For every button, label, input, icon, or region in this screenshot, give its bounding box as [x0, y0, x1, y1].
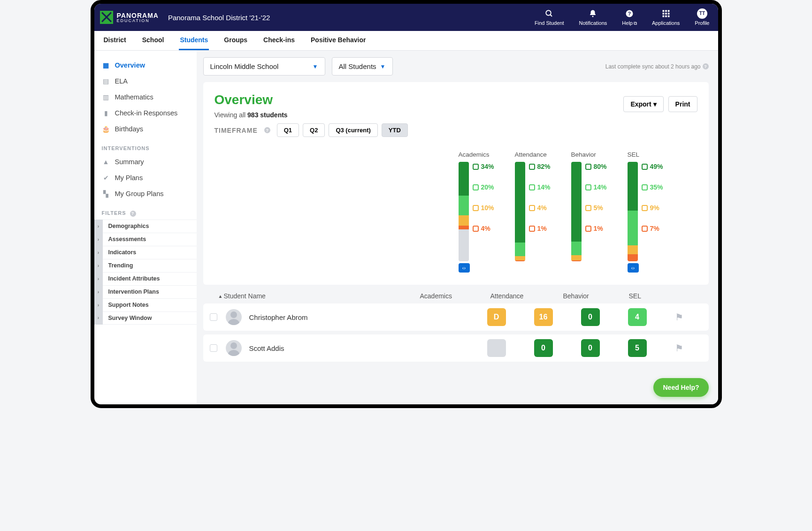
svg-rect-9	[665, 13, 667, 15]
find-student-button[interactable]: Find Student	[535, 9, 564, 26]
birthday-icon: 🎂	[102, 125, 110, 133]
bar-track	[571, 162, 582, 261]
metric-behavior: 0	[581, 339, 600, 357]
help-button[interactable]: ? Help⧉	[622, 9, 637, 26]
metric-behavior: 0	[581, 308, 600, 326]
legend-low[interactable]: 4%	[473, 225, 494, 232]
external-link-icon: ⧉	[634, 21, 637, 26]
bar-track	[628, 162, 638, 261]
th-sel[interactable]: SEL	[629, 292, 648, 300]
timeframe-q3-current-[interactable]: Q3 (current)	[329, 123, 377, 137]
legend-low[interactable]: 7%	[642, 225, 663, 232]
legend-midhigh[interactable]: 14%	[529, 183, 551, 191]
notifications-button[interactable]: Notifications	[579, 9, 607, 26]
filter-incident-attributes[interactable]: ›Incident Attributes	[94, 272, 197, 285]
filter-indicators[interactable]: ›Indicators	[94, 246, 197, 259]
legend-high[interactable]: 34%	[473, 163, 494, 170]
legend-low[interactable]: 1%	[585, 225, 607, 232]
nav-district[interactable]: District	[103, 31, 127, 50]
legend-high[interactable]: 49%	[642, 163, 663, 170]
student-row[interactable]: Scott Addis005⚑	[203, 334, 709, 362]
nav-groups[interactable]: Groups	[223, 31, 248, 50]
filter-support-notes[interactable]: ›Support Notes	[94, 298, 197, 311]
filter-assessments[interactable]: ›Assessments	[94, 233, 197, 246]
primary-nav: DistrictSchoolStudentsGroupsCheck-insPos…	[94, 31, 718, 51]
legend-high[interactable]: 80%	[585, 163, 607, 170]
header-actions: Find Student Notifications ? Help⧉ Appli…	[535, 9, 709, 26]
timeframe-q1[interactable]: Q1	[277, 123, 299, 137]
legend-midlow[interactable]: 9%	[642, 204, 663, 212]
filter-trending[interactable]: ›Trending	[94, 259, 197, 272]
flag-icon[interactable]: ⚑	[675, 311, 683, 323]
nav-positive-behavior[interactable]: Positive Behavior	[310, 31, 367, 50]
legend-midhigh[interactable]: 20%	[473, 183, 494, 191]
legend-high[interactable]: 82%	[529, 163, 551, 170]
bars-icon: ▮	[102, 109, 110, 117]
filter-intervention-plans[interactable]: ›Intervention Plans	[94, 285, 197, 298]
checkbox-icon	[529, 184, 535, 190]
help-icon: ?	[625, 9, 634, 18]
filter-demographics[interactable]: ›Demographics	[94, 220, 197, 233]
svg-rect-7	[667, 10, 669, 12]
sidebar-item-birthdays[interactable]: 🎂Birthdays	[94, 121, 197, 137]
student-name: Scott Addis	[249, 344, 284, 352]
profile-button[interactable]: TT Profile	[695, 9, 709, 26]
summary-icon: ▲	[102, 158, 110, 166]
interventions-header: INTERVENTIONS	[94, 137, 197, 154]
checkbox[interactable]	[210, 313, 217, 321]
info-icon[interactable]: ?	[130, 211, 136, 217]
legend-midhigh[interactable]: 35%	[642, 183, 663, 191]
need-help-button[interactable]: Need Help?	[653, 378, 708, 397]
print-button[interactable]: Print	[668, 96, 697, 112]
chevron-right-icon: ›	[94, 272, 103, 285]
applications-button[interactable]: Applications	[652, 9, 680, 26]
chevron-right-icon: ›	[94, 220, 103, 233]
chevron-down-icon: ▼	[380, 63, 386, 70]
sidebar-item-my-group-plans[interactable]: ▚My Group Plans	[94, 186, 197, 202]
svg-point-17	[228, 350, 239, 356]
expand-button[interactable]: ‹›	[459, 263, 470, 273]
timeframe-ytd[interactable]: YTD	[382, 123, 408, 137]
student-row[interactable]: Christopher AbromD1604⚑	[203, 303, 709, 331]
legend-midhigh[interactable]: 14%	[585, 183, 607, 191]
svg-point-0	[546, 10, 552, 15]
chevron-right-icon: ›	[94, 311, 103, 325]
legend-midlow[interactable]: 10%	[473, 204, 494, 212]
sort-name[interactable]: ▲Student Name	[218, 292, 266, 300]
nav-students[interactable]: Students	[179, 31, 209, 50]
nav-check-ins[interactable]: Check-ins	[262, 31, 296, 50]
timeframe-q2[interactable]: Q2	[303, 123, 325, 137]
th-attendance[interactable]: Attendance	[490, 292, 530, 300]
checkbox-icon	[529, 226, 535, 232]
info-icon[interactable]: ?	[264, 127, 270, 133]
flag-icon[interactable]: ⚑	[675, 342, 683, 354]
sidebar-item-overview[interactable]: ▦Overview	[94, 57, 197, 73]
export-button[interactable]: Export ▾	[623, 96, 663, 112]
timeframe-label: TIMEFRAME	[214, 127, 258, 134]
chart-behavior: Behavior80%14%5%1%	[571, 151, 618, 273]
top-header: PANORAMA EDUCATION Panorama School Distr…	[94, 4, 718, 31]
checkbox[interactable]	[210, 344, 217, 352]
sidebar-item-summary[interactable]: ▲Summary	[94, 154, 197, 170]
sidebar-item-ela[interactable]: ▤ELA	[94, 73, 197, 89]
filter-survey-window[interactable]: ›Survey Window	[94, 311, 197, 325]
info-icon[interactable]: ?	[703, 63, 709, 69]
product-logo[interactable]: PANORAMA EDUCATION	[100, 11, 159, 24]
school-select[interactable]: Lincoln Middle School ▼	[203, 57, 325, 76]
checkbox-icon	[473, 205, 479, 211]
math-icon: ▥	[102, 93, 110, 101]
legend-midlow[interactable]: 4%	[529, 204, 551, 212]
expand-button[interactable]: ‹›	[628, 263, 639, 273]
svg-rect-13	[667, 15, 669, 17]
th-behavior[interactable]: Behavior	[563, 292, 596, 300]
sidebar-item-my-plans[interactable]: ✔My Plans	[94, 170, 197, 186]
legend-low[interactable]: 1%	[529, 225, 551, 232]
students-select[interactable]: All Students ▼	[332, 57, 393, 76]
th-academics[interactable]: Academics	[420, 292, 458, 300]
sidebar-item-mathematics[interactable]: ▥Mathematics	[94, 89, 197, 105]
filters-header: FILTERS ?	[94, 202, 197, 220]
nav-school[interactable]: School	[141, 31, 165, 50]
group-icon: ▚	[102, 190, 110, 198]
sidebar-item-check-in-responses[interactable]: ▮Check-in Responses	[94, 105, 197, 121]
legend-midlow[interactable]: 5%	[585, 204, 607, 212]
